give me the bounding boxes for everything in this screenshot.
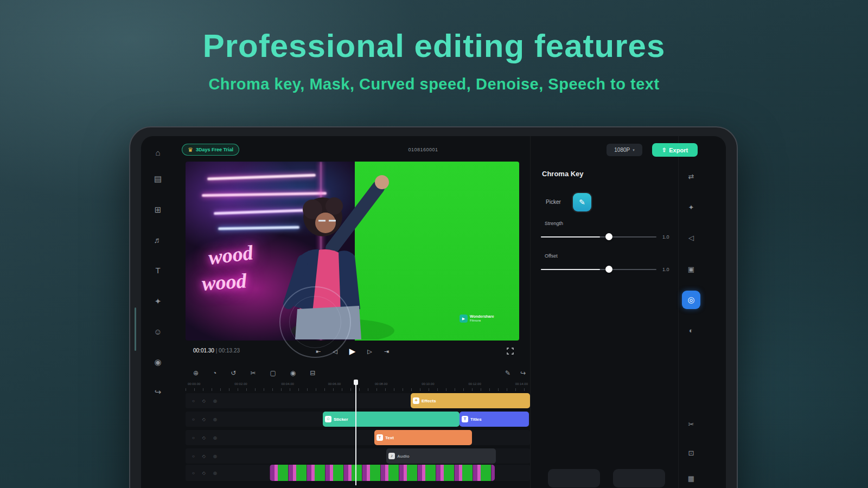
- chevron-down-icon: ▾: [633, 148, 635, 152]
- timeline-clip-video[interactable]: [270, 465, 495, 481]
- timeline-clip-audio[interactable]: ♪ Audio: [386, 448, 496, 464]
- ruler-label: 00:00.00: [188, 382, 200, 386]
- fullscreen-button[interactable]: [507, 348, 514, 355]
- record-icon[interactable]: ◉: [141, 356, 175, 368]
- record-voice-icon[interactable]: ◔: [213, 369, 216, 377]
- timeline-clip-titles[interactable]: T Titles: [459, 412, 529, 427]
- track-lock-icon[interactable]: ◇: [202, 435, 206, 440]
- page-subtitle: Chroma key, Mask, Curved speed, Denoise,…: [0, 75, 868, 93]
- playback-bar: 00:01.30 | 00:13.23 ⇤ ◁ ▶ ▷ ⇥: [186, 343, 519, 359]
- track-mute-icon[interactable]: ○: [192, 399, 195, 403]
- ruler-label: 00:08.00: [375, 382, 387, 386]
- adjust-icon[interactable]: ⇄: [682, 168, 700, 185]
- import-icon[interactable]: ⊞: [141, 204, 175, 216]
- effects-tool-icon[interactable]: ✦: [141, 296, 175, 307]
- track-hide-icon[interactable]: ◎: [213, 417, 217, 422]
- filmora-logo-icon: ▶: [459, 314, 468, 323]
- track-hide-icon[interactable]: ◎: [213, 471, 217, 476]
- ruler-label: 00:10.00: [422, 382, 434, 386]
- track-lock-icon[interactable]: ◇: [202, 454, 206, 459]
- share-icon[interactable]: ↪: [520, 369, 526, 377]
- export-button[interactable]: ⇧ Export: [652, 143, 698, 157]
- split-icon[interactable]: ✂: [250, 369, 256, 377]
- ruler-label: 00:14.00: [515, 382, 528, 386]
- video-preview: wood wood ▶ W: [186, 162, 519, 341]
- split-panel-icon[interactable]: ✂: [682, 416, 700, 433]
- track-lock-icon[interactable]: ◇: [202, 417, 206, 422]
- frame-forward-button[interactable]: ▷: [367, 348, 372, 355]
- chroma-key-panel: Chroma Key Picker ✎ Strength 1.0 Offset …: [534, 163, 678, 293]
- export-icon: ⇧: [662, 147, 666, 153]
- play-button[interactable]: ▶: [349, 346, 356, 356]
- crop-icon[interactable]: ▢: [270, 369, 276, 377]
- strength-label: Strength: [545, 221, 563, 226]
- stickers-icon[interactable]: ☺: [141, 326, 175, 338]
- track-lock-icon[interactable]: ◇: [202, 471, 206, 476]
- bottom-action-button[interactable]: [548, 469, 600, 487]
- track-mute-icon[interactable]: ○: [192, 435, 195, 440]
- eyedropper-icon: ✎: [579, 198, 585, 207]
- track-hide-icon[interactable]: ◎: [213, 454, 217, 459]
- grid-icon[interactable]: ▦: [682, 470, 700, 487]
- offset-value: 1.0: [662, 267, 669, 272]
- neon-word: wood: [201, 268, 247, 296]
- green-screen-person: [267, 167, 435, 339]
- track-mute-icon[interactable]: ○: [192, 417, 195, 422]
- timeline-clip-text[interactable]: T Text: [374, 430, 472, 445]
- hero: Professional editing features Chroma key…: [0, 27, 868, 93]
- marker-icon[interactable]: ◉: [290, 369, 296, 377]
- playhead[interactable]: [355, 381, 356, 485]
- bezel-glint: [135, 307, 136, 351]
- playhead-handle[interactable]: [354, 380, 358, 385]
- picker-label: Picker: [546, 199, 561, 205]
- share-tool-icon[interactable]: ↪: [141, 386, 175, 398]
- audio-panel-icon[interactable]: ◁: [682, 229, 700, 247]
- strength-slider-handle[interactable]: [605, 233, 612, 240]
- strength-slider[interactable]: 1.0: [541, 233, 674, 241]
- timeline-tracks: ○ ◇ ◎ ○ ◇ ◎ ○ ◇ ◎ ○ ◇ ◎ ○ ◇ ◎: [186, 392, 530, 485]
- titles-clip-icon: T: [462, 416, 468, 422]
- home-icon[interactable]: ⌂: [141, 147, 175, 159]
- ruler-label: 00:04.00: [281, 382, 293, 386]
- free-trial-badge[interactable]: ♛ 3Days Free Trial: [182, 144, 239, 156]
- track-mute-icon[interactable]: ○: [192, 471, 195, 476]
- ruler-ticks: [186, 388, 530, 391]
- add-icon[interactable]: ⊕: [193, 369, 199, 377]
- color-picker-button[interactable]: ✎: [573, 193, 591, 211]
- skip-back-button[interactable]: ⇤: [316, 348, 321, 355]
- crop-panel-icon[interactable]: ▣: [682, 261, 700, 278]
- mask-icon[interactable]: ◐: [682, 322, 700, 339]
- sticker-clip-icon: ☺: [325, 416, 331, 422]
- track-hide-icon[interactable]: ◎: [213, 435, 217, 440]
- ruler-label: 00:06.00: [328, 382, 341, 386]
- chroma-key-icon[interactable]: ◎: [682, 291, 700, 309]
- timeline-clip-sticker[interactable]: ☺ Sticker: [323, 412, 459, 427]
- music-icon[interactable]: ♬: [141, 234, 175, 246]
- animation-icon[interactable]: ✦: [682, 199, 700, 216]
- text-tool-icon[interactable]: T: [141, 265, 175, 277]
- timeline-clip-effects[interactable]: ✦ Effects: [411, 393, 530, 408]
- resolution-dropdown[interactable]: 1080P ▾: [607, 144, 642, 156]
- track-hide-icon[interactable]: ◎: [213, 399, 217, 403]
- frame-back-button[interactable]: ◁: [333, 348, 337, 355]
- track-lock-icon[interactable]: ◇: [202, 399, 206, 403]
- sidebar-divider: [678, 136, 679, 488]
- skip-forward-button[interactable]: ⇥: [384, 348, 389, 355]
- offset-label: Offset: [545, 253, 558, 259]
- track-mute-icon[interactable]: ○: [192, 454, 195, 459]
- left-toolbar: ⌂ ▤ ⊞ ♬ T ✦ ☺ ◉ ↪: [141, 136, 175, 488]
- export-label: Export: [669, 147, 688, 153]
- undo-icon[interactable]: ↺: [231, 369, 236, 377]
- pen-icon[interactable]: ✎: [505, 369, 510, 377]
- page-title: Professional editing features: [0, 27, 868, 65]
- offset-slider[interactable]: 1.0: [541, 265, 674, 274]
- merge-icon[interactable]: ⊟: [310, 369, 315, 377]
- trial-label: 3Days Free Trial: [196, 147, 233, 152]
- text-clip-icon: T: [376, 434, 383, 441]
- pip-icon[interactable]: ⊡: [682, 445, 700, 462]
- media-icon[interactable]: ▤: [141, 173, 175, 185]
- bottom-action-button[interactable]: [613, 469, 665, 487]
- watermark-line2: Filmora: [470, 319, 494, 323]
- effects-clip-icon: ✦: [413, 397, 419, 404]
- offset-slider-handle[interactable]: [605, 266, 612, 273]
